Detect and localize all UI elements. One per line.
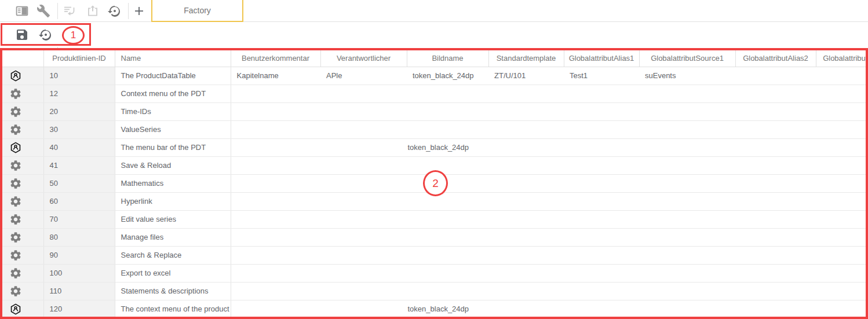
- table-row[interactable]: 30 ValueSeries: [0, 120, 868, 138]
- edit-toolbar: [0, 23, 868, 46]
- token-icon: [9, 69, 22, 82]
- table-row[interactable]: 60 Hyperlink: [0, 192, 868, 210]
- app-window: Factory Produktlinien-ID Name Benutzerko…: [0, 0, 868, 319]
- column-header-verantwortlicher[interactable]: Verantwortlicher: [320, 50, 407, 67]
- low-priority-button[interactable]: [63, 4, 76, 18]
- wrench-icon: [37, 4, 50, 18]
- column-header-bildname[interactable]: Bildname: [407, 50, 488, 67]
- column-header-globalattributalias2[interactable]: GlobalattributAlias2: [735, 50, 816, 67]
- column-header-globalattributalias1[interactable]: GlobalattributAlias1: [564, 50, 639, 67]
- gear-icon: [9, 159, 22, 172]
- upload-button[interactable]: [86, 4, 100, 18]
- add-tab-button[interactable]: [132, 4, 146, 18]
- gear-icon: [9, 231, 22, 244]
- tab-factory-label: Factory: [184, 6, 211, 15]
- gear-icon: [9, 267, 22, 280]
- table-row[interactable]: 50 Mathematics: [0, 174, 868, 192]
- product-data-table: Produktlinien-ID Name Benutzerkommentar …: [0, 50, 868, 318]
- gear-icon: [9, 87, 22, 100]
- table-row[interactable]: 90 Search & Replace: [0, 246, 868, 264]
- history-icon: [39, 28, 53, 42]
- token-icon: [9, 303, 22, 316]
- toolbar-separator: [128, 3, 129, 19]
- merged-cell[interactable]: token_black_24dp: [231, 138, 868, 156]
- merged-cell[interactable]: token_black_24dp: [231, 300, 868, 318]
- header-row: Produktlinien-ID Name Benutzerkommentar …: [0, 50, 868, 67]
- reader-mode-icon: [15, 4, 29, 18]
- table-row[interactable]: 41 Save & Reload: [0, 156, 868, 174]
- table-row[interactable]: 40 The menu bar of the PDT token_black_2…: [0, 138, 868, 156]
- gear-icon: [9, 213, 22, 226]
- column-header-benutzerkommentar[interactable]: Benutzerkommentar: [231, 50, 320, 67]
- reader-mode-button[interactable]: [15, 4, 29, 18]
- column-header-icon[interactable]: [0, 50, 43, 67]
- table-row[interactable]: 120 The context menu of the product toke…: [0, 300, 868, 318]
- reload-button[interactable]: [39, 28, 53, 42]
- save-icon: [15, 28, 29, 42]
- column-header-produktlinien-id[interactable]: Produktlinien-ID: [43, 50, 115, 67]
- gear-icon: [9, 177, 22, 190]
- table-row[interactable]: 110 Statements & descriptions: [0, 282, 868, 300]
- gear-icon: [9, 195, 22, 208]
- gear-icon: [9, 285, 22, 298]
- plus-icon: [132, 4, 146, 18]
- column-header-globalattributsource1[interactable]: GlobalattributSource1: [639, 50, 735, 67]
- table-row[interactable]: 70 Edit value series: [0, 210, 868, 228]
- main-toolbar: Factory: [0, 0, 868, 22]
- toolbar-separator: [57, 3, 58, 19]
- column-header-standardtemplate[interactable]: Standardtemplate: [488, 50, 564, 67]
- gear-icon: [9, 123, 22, 136]
- token-icon: [9, 141, 22, 154]
- upload-icon: [86, 4, 100, 18]
- gear-icon: [9, 105, 22, 118]
- low-priority-icon: [63, 4, 76, 18]
- column-header-globalattributsource2[interactable]: GlobalattributSource2: [816, 50, 868, 67]
- table-row[interactable]: 12 Context menu of the PDT: [0, 85, 868, 102]
- column-header-name[interactable]: Name: [115, 50, 231, 67]
- gear-icon: [9, 249, 22, 262]
- history-icon: [108, 4, 122, 18]
- table-row[interactable]: 10 The ProductDataTable Kapitelname APle…: [0, 67, 868, 85]
- history-button[interactable]: [108, 4, 122, 18]
- settings-wrench-button[interactable]: [37, 4, 50, 18]
- save-button[interactable]: [15, 28, 29, 42]
- tab-factory[interactable]: Factory: [151, 0, 243, 22]
- table-row[interactable]: 100 Export to excel: [0, 264, 868, 282]
- table-row[interactable]: 80 Manage files: [0, 228, 868, 246]
- table-row[interactable]: 20 Time-IDs: [0, 102, 868, 120]
